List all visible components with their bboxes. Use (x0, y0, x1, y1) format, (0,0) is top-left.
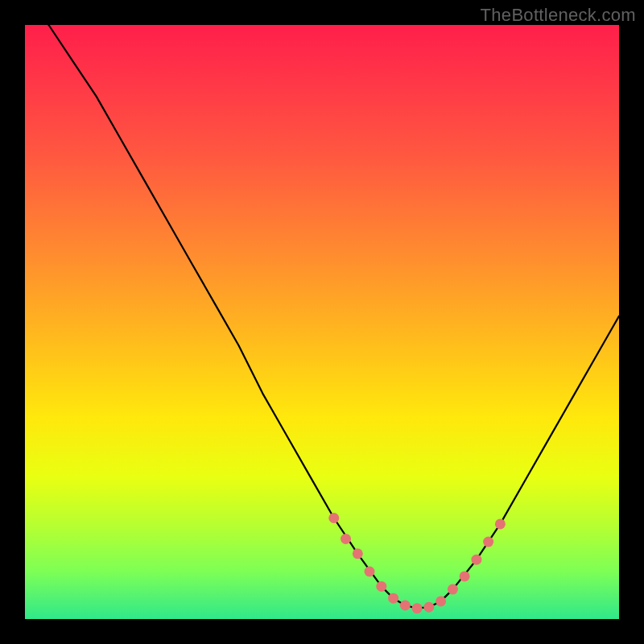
chart-plot-area (25, 25, 619, 619)
highlight-dot (400, 601, 411, 611)
chart-svg (25, 25, 619, 619)
watermark-text: TheBottleneck.com (481, 5, 636, 26)
highlight-dot (376, 581, 386, 592)
highlight-dot (448, 584, 458, 595)
highlight-dot (388, 593, 398, 604)
highlight-dot (495, 518, 506, 529)
highlight-dot (460, 571, 470, 581)
highlight-dots (328, 513, 506, 613)
highlight-dot (423, 602, 434, 613)
highlight-dot (353, 548, 363, 559)
highlight-dot (483, 537, 493, 547)
highlight-dot (471, 555, 481, 565)
highlight-dot (436, 596, 446, 606)
highlight-dot (328, 513, 339, 523)
bottleneck-curve (25, 0, 619, 609)
highlight-dot (365, 567, 375, 577)
highlight-dot (341, 534, 351, 544)
chart-frame: TheBottleneck.com (0, 0, 644, 644)
highlight-dot (412, 603, 423, 613)
